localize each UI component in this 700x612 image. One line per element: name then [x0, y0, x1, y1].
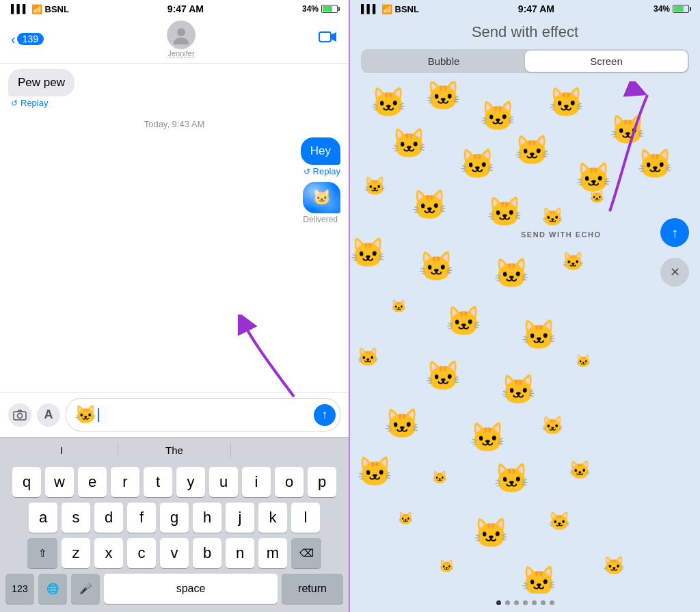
divider-2 — [230, 443, 231, 458]
mic-key[interactable]: 🎤 — [71, 574, 100, 604]
keyboard: I The q w e r t y u i o p a s — [0, 437, 349, 612]
hey-text: Hey — [310, 144, 331, 157]
cat-20: 🐱 — [391, 300, 406, 312]
key-e[interactable]: e — [78, 467, 107, 497]
page-dot-2 — [505, 600, 510, 605]
globe-key[interactable]: 🌐 — [38, 574, 67, 604]
replay-icon: ↺ — [11, 98, 18, 108]
message-cat-sparkle: 🐱 Delivered — [8, 182, 340, 224]
key-c[interactable]: c — [127, 538, 156, 568]
cat-26: 🐱 — [576, 355, 591, 367]
cat-emoji-message: 🐱 — [312, 189, 331, 206]
message-pew-pew: Pew pew ↺ Replay — [8, 69, 340, 108]
key-j[interactable]: j — [226, 503, 254, 533]
key-a[interactable]: a — [29, 503, 57, 533]
page-dot-7 — [550, 600, 554, 605]
message-bubble-sparkle: 🐱 — [303, 182, 340, 213]
video-call-button[interactable] — [319, 30, 338, 48]
svg-point-4 — [18, 413, 23, 418]
right-cancel-button[interactable]: ✕ — [660, 258, 689, 287]
camera-button[interactable] — [8, 403, 31, 427]
key-b[interactable]: b — [193, 538, 221, 568]
right-send-button[interactable]: ↑ — [660, 218, 689, 247]
right-phone-panel: ▌▌▌ 📶 BSNL 9:47 AM 34% Send with effect … — [350, 0, 700, 612]
cat-16: 🐱 — [350, 239, 386, 267]
cat-14: 🐱 — [541, 208, 563, 226]
suggestion-2[interactable]: The — [118, 444, 230, 456]
cat-2: 🐱 — [425, 81, 461, 110]
return-key[interactable]: return — [282, 574, 343, 604]
tab-bubble[interactable]: Bubble — [362, 51, 525, 72]
key-i[interactable]: i — [242, 467, 271, 497]
key-t[interactable]: t — [144, 467, 172, 497]
cat-30: 🐱 — [357, 457, 392, 486]
left-carrier: ▌▌▌ 📶 BSNL — [11, 4, 69, 14]
shift-key[interactable]: ⇧ — [27, 538, 57, 568]
svg-point-0 — [177, 28, 185, 36]
key-z[interactable]: z — [62, 538, 90, 568]
key-u[interactable]: u — [209, 467, 238, 497]
key-o[interactable]: o — [275, 467, 304, 497]
key-w[interactable]: w — [45, 467, 74, 497]
cat-23: 🐱 — [357, 348, 379, 366]
key-g[interactable]: g — [160, 503, 189, 533]
cat-5: 🐱 — [610, 116, 645, 144]
back-badge[interactable]: 139 — [17, 33, 44, 45]
delete-key[interactable]: ⌫ — [291, 538, 321, 568]
cat-36: 🐱 — [548, 512, 570, 530]
key-k[interactable]: k — [258, 503, 287, 533]
replay-link-received[interactable]: ↺ Replay — [11, 98, 48, 108]
cat-27: 🐱 — [384, 410, 420, 438]
left-phone-panel: ▌▌▌ 📶 BSNL 9:47 AM 34% ‹ 139 Jennifer — [0, 0, 350, 612]
right-signal-icon: ▌▌▌ — [361, 4, 379, 14]
key-v[interactable]: v — [160, 538, 189, 568]
contact-avatar[interactable] — [167, 21, 196, 49]
replay-label: Replay — [21, 98, 48, 108]
right-carrier-name: BSNL — [395, 4, 419, 14]
key-h[interactable]: h — [193, 503, 221, 533]
message-text: Pew pew — [18, 76, 65, 89]
key-s[interactable]: s — [62, 503, 90, 533]
cat-38: 🐱 — [521, 567, 556, 594]
key-y[interactable]: y — [176, 467, 205, 497]
messages-area: Pew pew ↺ Replay Today, 9:43 AM Hey ↺ Re… — [0, 64, 349, 392]
suggestion-1[interactable]: I — [5, 444, 118, 456]
send-button[interactable]: ↑ — [314, 404, 336, 426]
screen-tab-label: Screen — [590, 55, 623, 67]
contact-name: Jennifer — [167, 49, 194, 57]
cat-11: 🐱 — [364, 177, 386, 195]
cat-18: 🐱 — [494, 259, 529, 288]
key-q[interactable]: q — [12, 467, 41, 497]
numbers-key[interactable]: 123 — [5, 574, 34, 604]
replay-link-sent[interactable]: ↺ Replay — [304, 166, 340, 176]
space-key[interactable]: space — [104, 574, 278, 604]
apps-button[interactable]: A — [37, 403, 60, 427]
right-status-bar: ▌▌▌ 📶 BSNL 9:47 AM 34% — [350, 0, 700, 18]
timestamp: Today, 9:43 AM — [8, 119, 340, 129]
key-m[interactable]: m — [258, 538, 287, 568]
cat-6: 🐱 — [391, 129, 427, 158]
key-l[interactable]: l — [291, 503, 320, 533]
key-f[interactable]: f — [127, 503, 156, 533]
cat-22: 🐱 — [521, 321, 556, 349]
cat-17: 🐱 — [418, 252, 454, 281]
key-d[interactable]: d — [94, 503, 123, 533]
key-p[interactable]: p — [308, 467, 336, 497]
back-button[interactable]: ‹ 139 — [11, 31, 44, 47]
cat-10: 🐱 — [637, 150, 673, 178]
cat-9: 🐱 — [576, 163, 611, 192]
page-indicators — [350, 594, 700, 612]
right-battery: 34% — [654, 4, 689, 14]
key-r[interactable]: r — [111, 467, 139, 497]
bubble-tab-label: Bubble — [428, 55, 460, 67]
contact-header: Jennifer — [167, 21, 196, 57]
replay-icon-sent: ↺ — [304, 167, 310, 176]
effect-tabs: Bubble Screen — [361, 49, 689, 73]
key-n[interactable]: n — [226, 538, 254, 568]
tab-screen[interactable]: Screen — [525, 51, 688, 72]
message-input[interactable]: 🐱 ↑ — [66, 398, 340, 431]
key-row-2: a s d f g h j k l — [3, 503, 346, 533]
cat-25: 🐱 — [500, 375, 536, 404]
key-x[interactable]: x — [94, 538, 123, 568]
cat-13: 🐱 — [487, 198, 522, 226]
